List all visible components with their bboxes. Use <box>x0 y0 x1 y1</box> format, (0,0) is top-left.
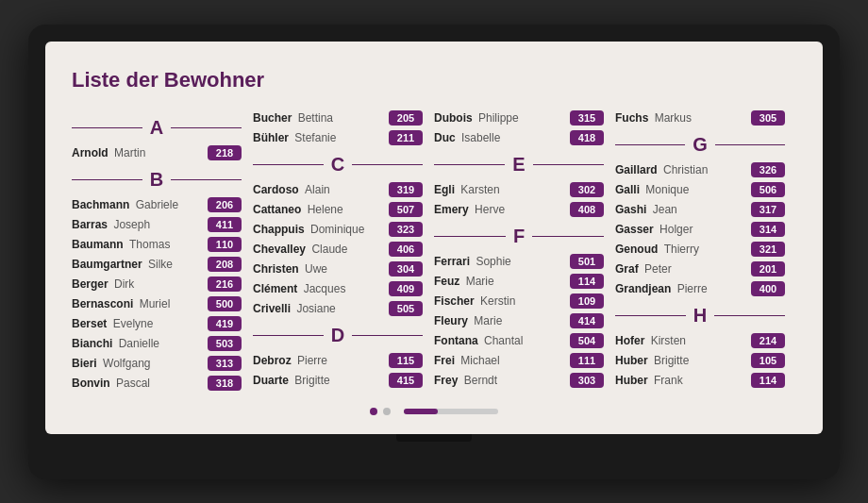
resident-row: Cardoso Alain 319 <box>253 181 423 198</box>
room-badge: 110 <box>208 237 242 252</box>
room-badge: 211 <box>389 130 423 145</box>
room-badge: 414 <box>570 313 604 328</box>
resident-row: Duc Isabelle 418 <box>434 129 604 146</box>
resident-last-name: Graf <box>615 262 639 276</box>
resident-first-name: Dirk <box>114 277 134 291</box>
section-divider-B: B <box>72 169 242 191</box>
resident-last-name: Arnold <box>72 146 108 159</box>
resident-name: Egli Karsten <box>434 183 570 196</box>
room-badge: 105 <box>751 353 785 368</box>
resident-row: Dubois Philippe 315 <box>434 109 604 126</box>
monitor: Liste der Bewohner A Arnold Martin 218 B… <box>28 25 840 479</box>
resident-first-name: Dominique <box>310 223 364 236</box>
resident-last-name: Emery <box>434 203 469 216</box>
section-divider-D: D <box>253 325 423 346</box>
resident-first-name: Chantal <box>484 334 523 347</box>
divider-line-right <box>352 164 423 165</box>
section-divider-H: H <box>615 305 785 327</box>
section-letter-C: C <box>331 154 344 176</box>
divider-line-left <box>253 335 324 336</box>
room-badge: 114 <box>570 274 604 289</box>
resident-name: Berger Dirk <box>72 277 208 291</box>
divider-line-left <box>253 164 324 165</box>
divider-line-left <box>615 315 686 316</box>
resident-row: Bianchi Danielle 503 <box>72 335 242 352</box>
resident-name: Chappuis Dominique <box>253 223 389 236</box>
room-badge: 501 <box>570 254 604 269</box>
resident-row: Ferrari Sophie 501 <box>434 253 604 270</box>
resident-name: Dubois Philippe <box>434 111 570 125</box>
resident-name: Duarte Brigitte <box>253 374 389 387</box>
section-divider-F: F <box>434 226 604 247</box>
resident-last-name: Fleury <box>434 314 468 327</box>
section-letter-G: G <box>693 134 708 156</box>
scrollbar[interactable] <box>404 409 498 414</box>
resident-row: Fischer Kerstin 109 <box>434 293 604 310</box>
resident-last-name: Genoud <box>615 243 658 256</box>
resident-first-name: Pierre <box>297 354 327 367</box>
resident-first-name: Stefanie <box>294 131 336 144</box>
pagination-dot-2[interactable] <box>383 408 391 415</box>
room-badge: 411 <box>208 217 242 232</box>
divider-line-right <box>532 236 604 237</box>
resident-name: Debroz Pierre <box>253 354 389 367</box>
resident-last-name: Bachmann <box>72 198 129 211</box>
monitor-stand <box>396 434 472 442</box>
resident-first-name: Alain <box>305 183 330 196</box>
resident-row: Fontana Chantal 504 <box>434 332 604 349</box>
room-badge: 321 <box>751 242 785 257</box>
resident-name: Gaillard Christian <box>615 163 751 176</box>
resident-last-name: Crivelli <box>253 302 291 315</box>
resident-last-name: Bonvin <box>72 377 110 390</box>
resident-row: Huber Frank 114 <box>615 372 785 389</box>
divider-line-right <box>533 164 604 165</box>
resident-last-name: Barras <box>72 218 108 231</box>
resident-name: Christen Uwe <box>253 262 389 276</box>
resident-row: Gashi Jean 317 <box>615 201 785 218</box>
room-badge: 201 <box>751 261 785 277</box>
room-badge: 507 <box>389 202 423 217</box>
room-badge: 114 <box>751 373 785 388</box>
room-badge: 506 <box>751 182 785 197</box>
resident-name: Genoud Thierry <box>615 243 751 256</box>
resident-first-name: Karsten <box>460 183 499 196</box>
pagination-dot-1[interactable] <box>370 408 377 415</box>
resident-name: Bianchi Danielle <box>72 337 208 350</box>
resident-last-name: Frey <box>434 374 458 387</box>
resident-last-name: Duarte <box>253 374 289 387</box>
section-divider-G: G <box>615 134 785 156</box>
resident-first-name: Danielle <box>119 337 159 350</box>
resident-first-name: Uwe <box>305 262 327 276</box>
resident-first-name: Josiane <box>296 302 335 315</box>
resident-row: Chappuis Dominique 323 <box>253 221 423 238</box>
resident-first-name: Christian <box>663 163 708 176</box>
resident-name: Bucher Bettina <box>253 111 389 125</box>
resident-first-name: Sophie <box>476 255 510 268</box>
room-badge: 115 <box>389 353 423 368</box>
resident-last-name: Fischer <box>434 294 475 308</box>
section-divider-C: C <box>253 154 423 176</box>
resident-last-name: Cattaneo <box>253 203 301 216</box>
resident-row: Emery Herve 408 <box>434 201 604 218</box>
room-badge: 109 <box>570 293 604 309</box>
resident-row: Bieri Wolfgang 313 <box>72 355 242 372</box>
resident-first-name: Monique <box>645 183 689 196</box>
resident-first-name: Jean <box>653 203 677 216</box>
resident-first-name: Frank <box>654 374 683 387</box>
resident-name: Feuz Marie <box>434 275 570 288</box>
resident-row: Frey Berndt 303 <box>434 372 604 389</box>
resident-name: Hofer Kirsten <box>615 334 751 347</box>
resident-row: Berset Evelyne 419 <box>72 315 242 332</box>
resident-row: Barras Joseph 411 <box>72 216 242 233</box>
resident-last-name: Hofer <box>615 334 644 347</box>
room-badge: 323 <box>389 222 423 237</box>
resident-name: Frey Berndt <box>434 374 570 387</box>
resident-row: Fleury Marie 414 <box>434 312 604 329</box>
resident-first-name: Philippe <box>478 111 519 125</box>
resident-first-name: Helene <box>308 203 343 216</box>
resident-first-name: Michael <box>460 354 499 367</box>
section-letter-E: E <box>512 154 525 176</box>
resident-last-name: Bianchi <box>72 337 112 350</box>
resident-first-name: Martin <box>114 146 145 159</box>
resident-last-name: Frei <box>434 354 455 367</box>
